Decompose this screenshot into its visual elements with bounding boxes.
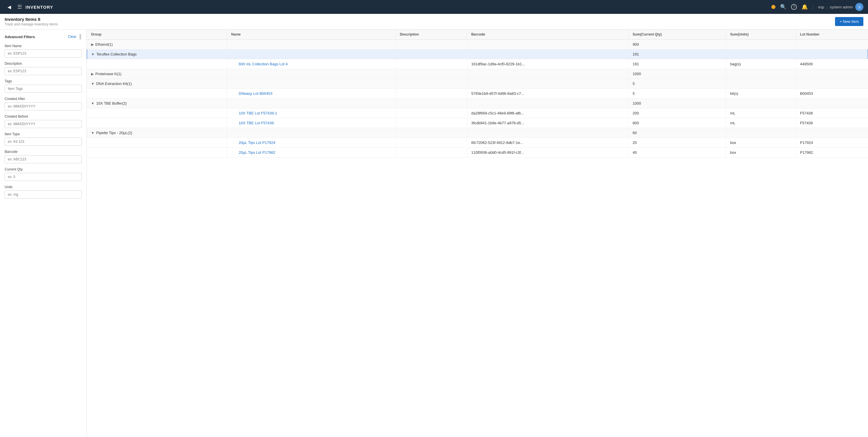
col-header-lot-number: Lot Number: [796, 30, 868, 40]
expand-button[interactable]: ▼: [91, 101, 95, 105]
col-header-sum-current-qty-: Sum(Current Qty): [628, 30, 726, 40]
lot-number-cell: F57439: [796, 118, 868, 128]
expand-button[interactable]: ▼: [91, 52, 95, 56]
barcode-cell: 110f0936-a0d0-4cd5-991f-c3f...: [467, 148, 628, 158]
nav-separator: |: [812, 5, 813, 9]
item-name-link[interactable]: DNeasy Lot B00453: [239, 91, 272, 96]
lot-number-cell: P17982: [796, 148, 868, 158]
main-layout: Advanced Filters Clear ║ Item NameDescri…: [0, 30, 868, 437]
expand-button[interactable]: ▼: [91, 82, 95, 86]
help-button[interactable]: ?: [791, 4, 797, 10]
barcode-cell: 161df9ac-1d9a-4cf0-8229-1b1...: [467, 59, 628, 69]
nav-right: 🔍 ? 🔔 | esp | system admin S: [771, 3, 863, 11]
back-icon: ◀: [7, 4, 11, 10]
filter-input-created_before[interactable]: [5, 120, 82, 128]
user-name: system admin: [830, 5, 853, 9]
units-cell: mL: [726, 108, 796, 118]
nav-title: INVENTORY: [26, 5, 53, 9]
new-item-button[interactable]: + New Item: [835, 17, 863, 26]
group-cell: ▼10X TBE Buffer(2): [87, 99, 227, 108]
item-name-link[interactable]: 20µL Tips Lot P17982: [239, 150, 275, 155]
filter-group-description: Description: [5, 62, 82, 75]
filter-label-tags: Tags: [5, 79, 82, 83]
back-button[interactable]: ◀: [5, 2, 14, 11]
group-cell: ▼Teruflex Collection Bags: [87, 49, 227, 59]
sidebar-header: Advanced Filters Clear ║: [5, 34, 82, 39]
col-header-sum-units-: Sum(Units): [726, 30, 796, 40]
group-row: ▼DNA Extraction Kit(1)5: [87, 79, 868, 89]
filter-input-created_after[interactable]: [5, 102, 82, 110]
nav-separator2: |: [826, 5, 827, 9]
qty-cell: 40: [628, 148, 726, 158]
description-cell: [396, 148, 467, 158]
col-header-barcode: Barcode: [467, 30, 628, 40]
page-title: Inventory Items 8: [5, 17, 58, 22]
group-name: Pipette Tips - 20µL(2): [96, 131, 132, 135]
filter-input-tags[interactable]: [5, 85, 82, 93]
group-cell: ▶Proteinase K(1): [87, 69, 227, 79]
clear-filters-button[interactable]: Clear: [68, 35, 76, 39]
sidebar-title: Advanced Filters: [5, 35, 35, 39]
filter-group-item_type: Item Type: [5, 132, 82, 146]
item-name-cell: 10X TBE Lot F57439: [227, 118, 396, 128]
nav-lang: esp: [818, 5, 824, 9]
description-cell: [396, 118, 467, 128]
item-name-link[interactable]: 10X TBE Lot F57439: [239, 121, 274, 125]
filter-label-item_type: Item Type: [5, 132, 82, 136]
item-name-cell: DNeasy Lot B00453: [227, 89, 396, 99]
filter-label-current_qty: Current Qty: [5, 167, 82, 171]
group-cell: ▼DNA Extraction Kit(1): [87, 79, 227, 89]
expand-button[interactable]: ▼: [91, 131, 95, 135]
filter-input-barcode[interactable]: [5, 155, 82, 163]
item-name-cell: 20µL Tips Lot P17924: [227, 138, 396, 148]
group-cell: ▶Ethanol(1): [87, 40, 227, 49]
user-menu[interactable]: esp | system admin S: [818, 3, 863, 11]
expand-button[interactable]: ▶: [91, 42, 94, 46]
filter-input-item_type[interactable]: [5, 138, 82, 146]
units-cell: bag(s): [726, 59, 796, 69]
sum-qty-cell: 900: [628, 40, 726, 49]
group-row: ▶Proteinase K(1)1000: [87, 69, 868, 79]
item-row: 10X TBE Lot F574393fcdb941-1b9e-4b77-a97…: [87, 118, 868, 128]
status-dot[interactable]: [771, 5, 775, 9]
collapse-icon: ║: [79, 34, 82, 39]
filter-label-item_name: Item Name: [5, 44, 82, 48]
lot-number-cell: 448509: [796, 59, 868, 69]
filter-input-units[interactable]: [5, 191, 82, 199]
group-name: Teruflex Collection Bags: [96, 52, 136, 56]
group-row: ▼10X TBE Buffer(2)1000: [87, 99, 868, 108]
barcode-cell: 3fcdb941-1b9e-4b77-a978-d5...: [467, 118, 628, 128]
search-button[interactable]: 🔍: [780, 4, 786, 10]
collapse-sidebar-button[interactable]: ║: [79, 34, 82, 39]
description-cell: [396, 89, 467, 99]
item-name-link[interactable]: 10X TBE Lot F57439-1: [239, 111, 277, 115]
expand-button[interactable]: ▶: [91, 72, 94, 76]
filter-label-created_before: Created Before: [5, 114, 82, 119]
search-icon: 🔍: [780, 4, 786, 10]
sum-qty-cell: 5: [628, 79, 726, 89]
lot-number-cell: B00453: [796, 89, 868, 99]
filter-label-created_after: Created After: [5, 97, 82, 101]
col-header-description: Description: [396, 30, 467, 40]
qty-cell: 191: [628, 59, 726, 69]
item-name-link[interactable]: 20µL Tips Lot P17924: [239, 140, 275, 145]
lot-number-cell: P17924: [796, 138, 868, 148]
filter-input-item_name[interactable]: [5, 49, 82, 58]
table-body: ▶Ethanol(1)900▼Teruflex Collection Bags1…: [87, 40, 868, 158]
item-row: 20µL Tips Lot P17982110f0936-a0d0-4cd5-9…: [87, 148, 868, 158]
filter-label-units: Units: [5, 185, 82, 189]
units-cell: mL: [726, 118, 796, 128]
qty-cell: 5: [628, 89, 726, 99]
group-row: ▶Ethanol(1)900: [87, 40, 868, 49]
table-area: GroupNameDescriptionBarcodeSum(Current Q…: [87, 30, 868, 437]
table-header: GroupNameDescriptionBarcodeSum(Current Q…: [87, 30, 868, 40]
notifications-button[interactable]: 🔔: [802, 4, 808, 10]
sum-qty-cell: 191: [628, 49, 726, 59]
qty-cell: 200: [628, 108, 726, 118]
filter-label-description: Description: [5, 62, 82, 66]
item-name-link[interactable]: 600 mL Collection Bags Lot 4: [239, 62, 288, 66]
filter-input-description[interactable]: [5, 67, 82, 75]
filter-input-current_qty[interactable]: [5, 173, 82, 181]
qty-cell: 800: [628, 118, 726, 128]
group-name: 10X TBE Buffer(2): [96, 101, 127, 105]
